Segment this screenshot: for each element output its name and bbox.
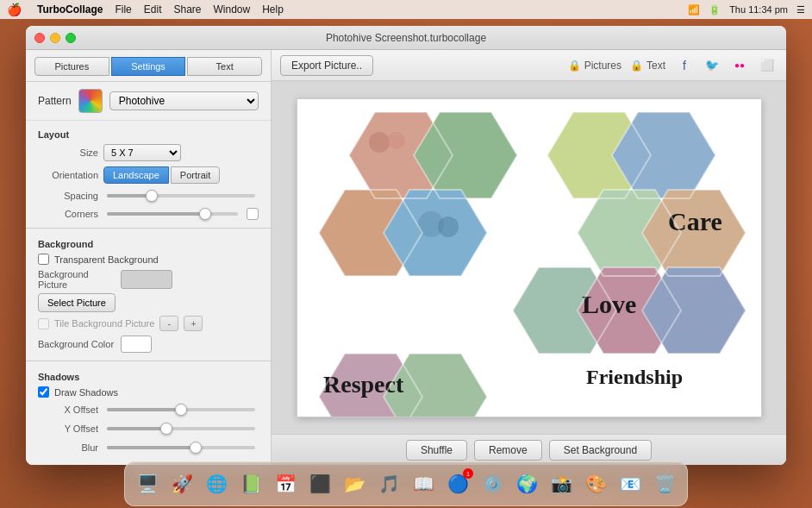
spacing-row: Spacing xyxy=(26,186,271,205)
share-icon[interactable]: ⬜ xyxy=(757,55,778,76)
menubar-window[interactable]: Window xyxy=(214,3,251,16)
svg-point-26 xyxy=(369,132,390,153)
pictures-lock: 🔒 Pictures xyxy=(568,60,621,72)
corners-track xyxy=(107,212,238,216)
corners-checkbox[interactable] xyxy=(247,208,259,220)
shuffle-button[interactable]: Shuffle xyxy=(406,440,467,461)
collage-canvas[interactable]: Love Care Respect Friendship xyxy=(297,98,762,417)
bg-color-swatch[interactable] xyxy=(121,336,152,353)
twitter-icon[interactable]: 🐦 xyxy=(702,55,722,76)
menubar-share[interactable]: Share xyxy=(173,3,201,16)
select-picture-row: Select Picture xyxy=(26,292,271,314)
menubar-controls: ☰ xyxy=(796,4,805,16)
facebook-icon[interactable]: f xyxy=(674,55,695,76)
dock: 🖥️ 🚀 🌐 📗 📅 ⬛ 📂 🎵 📖 🔵1 ⚙️ 🌍 📸 🎨 📧 🗑️ xyxy=(124,461,688,506)
traffic-lights xyxy=(34,33,76,43)
dock-system-prefs[interactable]: ⚙️ xyxy=(477,468,508,499)
corners-slider[interactable] xyxy=(103,212,241,216)
lock-icon-pictures: 🔒 xyxy=(568,60,581,72)
x-offset-row: X Offset xyxy=(26,400,271,419)
menubar-help[interactable]: Help xyxy=(262,3,284,16)
titlebar: Photohive Screenshot.turbocollage xyxy=(26,26,786,50)
dock-itunes[interactable]: 🎵 xyxy=(373,468,404,499)
orientation-label: Orientation xyxy=(38,170,98,180)
tile-plus-button[interactable]: + xyxy=(184,316,203,331)
x-offset-track xyxy=(107,408,255,411)
canvas-area: Love Care Respect Friendship xyxy=(272,81,786,434)
menubar-battery: 🔋 xyxy=(709,4,721,16)
spacing-slider[interactable] xyxy=(103,194,259,198)
love-text: Love xyxy=(582,290,636,318)
lock-icon-text: 🔒 xyxy=(630,60,643,72)
select-picture-button[interactable]: Select Picture xyxy=(38,293,116,312)
shadows-section: Shadows Draw Shadows X Offset xyxy=(26,363,271,461)
size-select[interactable]: 5 X 7 xyxy=(103,144,181,161)
portrait-button[interactable]: Portrait xyxy=(171,166,220,184)
pattern-select[interactable]: Photohive xyxy=(109,91,259,110)
menubar-wifi: 📶 xyxy=(688,4,700,16)
orientation-row: Orientation Landscape Portrait xyxy=(26,164,271,186)
dock-calendar[interactable]: 📅 xyxy=(270,468,301,499)
text-toolbar-label[interactable]: Text xyxy=(646,60,665,72)
y-offset-slider[interactable] xyxy=(103,427,259,430)
divider-1 xyxy=(26,228,271,229)
transparent-checkbox[interactable] xyxy=(38,254,49,265)
menubar-right: 📶 🔋 Thu 11:34 pm ☰ xyxy=(688,4,805,16)
bg-picture-row: Background Picture xyxy=(26,267,271,292)
social-icons: f 🐦 ●● ⬜ xyxy=(674,55,778,76)
dock-finder[interactable]: 🖥️ xyxy=(132,468,163,499)
dock-terminal[interactable]: ⬛ xyxy=(304,468,335,499)
draw-shadows-checkbox[interactable] xyxy=(38,386,49,398)
menubar-edit[interactable]: Edit xyxy=(144,3,162,16)
apple-menu[interactable]: 🍎 xyxy=(7,3,22,16)
respect-text: Respect xyxy=(323,371,404,398)
flickr-icon[interactable]: ●● xyxy=(729,55,750,76)
corners-row: Corners xyxy=(26,205,271,223)
tile-minus-button[interactable]: - xyxy=(159,316,178,331)
tile-row: Tile Background Picture - + xyxy=(26,314,271,333)
bg-color-row: Background Color xyxy=(26,333,271,355)
blur-slider[interactable] xyxy=(103,446,259,449)
pattern-row: Pattern Photohive xyxy=(26,82,271,121)
dock-ibooks[interactable]: 📖 xyxy=(408,468,439,499)
close-button[interactable] xyxy=(34,33,45,43)
size-label: Size xyxy=(38,147,98,158)
dock-launchpad[interactable]: 🚀 xyxy=(166,468,197,499)
pictures-toolbar-label[interactable]: Pictures xyxy=(584,60,621,72)
x-offset-label: X Offset xyxy=(38,405,98,415)
set-background-button[interactable]: Set Background xyxy=(549,440,652,461)
maximize-button[interactable] xyxy=(66,33,76,43)
layout-header: Layout xyxy=(26,124,271,141)
menubar: 🍎 TurboCollage File Edit Share Window He… xyxy=(0,0,812,19)
sidebar: Pictures Settings Text Pattern Photohive… xyxy=(26,50,272,465)
x-offset-slider[interactable] xyxy=(103,408,259,411)
background-header: Background xyxy=(26,234,271,251)
menubar-file[interactable]: File xyxy=(115,3,131,16)
dock-appstore[interactable]: 🔵1 xyxy=(442,468,473,499)
tabs-row: Pictures Settings Text xyxy=(26,50,271,82)
bg-picture-preview xyxy=(121,270,172,289)
care-text: Care xyxy=(668,207,722,235)
dock-trash[interactable]: 🗑️ xyxy=(649,468,680,499)
tab-settings[interactable]: Settings xyxy=(111,57,186,76)
tile-checkbox[interactable] xyxy=(38,318,49,329)
menubar-app-name[interactable]: TurboCollage xyxy=(37,3,103,16)
dock-files[interactable]: 📂 xyxy=(339,468,370,499)
landscape-button[interactable]: Landscape xyxy=(103,166,169,184)
transparent-label: Transparent Background xyxy=(54,254,159,265)
export-button[interactable]: Export Picture.. xyxy=(280,55,373,76)
tab-text[interactable]: Text xyxy=(187,57,262,76)
collage-svg: Love Care Respect Friendship xyxy=(297,99,762,417)
remove-button[interactable]: Remove xyxy=(474,440,542,461)
pattern-swatch xyxy=(78,89,103,113)
tab-pictures[interactable]: Pictures xyxy=(34,57,109,76)
divider-2 xyxy=(26,361,271,361)
dock-paintbrush[interactable]: 🎨 xyxy=(580,468,611,499)
dock-mail[interactable]: 📧 xyxy=(615,468,646,499)
dock-photos[interactable]: 📸 xyxy=(546,468,577,499)
minimize-button[interactable] xyxy=(50,33,60,43)
toolbar: Export Picture.. 🔒 Pictures 🔒 Text f 🐦 ●… xyxy=(272,50,786,81)
dock-notes[interactable]: 📗 xyxy=(235,468,266,499)
dock-safari[interactable]: 🌐 xyxy=(201,468,232,499)
dock-chrome[interactable]: 🌍 xyxy=(511,468,542,499)
